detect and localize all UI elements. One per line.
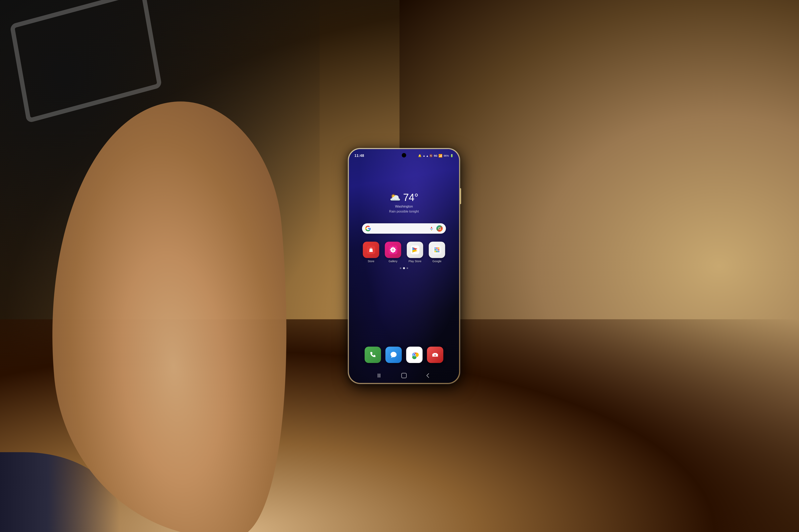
weather-location: Washington (395, 205, 413, 209)
google-g-logo (365, 226, 371, 231)
app-grid: Store (362, 242, 446, 263)
dock-camera-icon[interactable] (427, 347, 443, 363)
svg-rect-25 (434, 251, 436, 252)
page-dot-2[interactable] (403, 267, 405, 269)
mute-icon: 🔇 (429, 154, 433, 157)
svg-point-31 (413, 354, 415, 356)
svg-rect-19 (434, 247, 436, 249)
battery-icon: 🔋 (450, 154, 453, 157)
app-google-icon[interactable] (429, 242, 445, 258)
app-gallery-icon[interactable] (385, 242, 401, 258)
phone-screen: 11:48 🔔 ▲ ▴ 🔇 5G 📶 (349, 149, 459, 383)
svg-rect-27 (438, 251, 439, 252)
dock-chrome-icon[interactable] (406, 347, 422, 363)
dock-phone-icon[interactable] (365, 347, 381, 363)
nav-bar (349, 373, 459, 379)
weather-description: Rain possible tonight (389, 210, 419, 213)
dock (365, 347, 443, 363)
phone-wrapper: 11:48 🔔 ▲ ▴ 🔇 5G 📶 (348, 148, 460, 384)
svg-rect-22 (434, 249, 436, 250)
phone-screen-outer: 11:48 🔔 ▲ ▴ 🔇 5G 📶 (349, 149, 459, 383)
app-google-wrapper[interactable]: Google (428, 242, 446, 263)
app-store-wrapper[interactable]: Store (362, 242, 380, 263)
svg-rect-37 (380, 374, 380, 378)
weather-icon: 🌥️ (390, 192, 401, 203)
search-mic-icon[interactable] (429, 226, 434, 231)
weather-main: 🌥️ 74° (390, 191, 418, 203)
page-dot-3[interactable] (406, 267, 408, 269)
svg-rect-21 (438, 247, 439, 249)
svg-rect-23 (436, 249, 437, 250)
page-dots (400, 267, 408, 269)
page-dot-1[interactable] (400, 267, 401, 269)
nav-back-button[interactable] (423, 373, 432, 379)
svg-line-4 (440, 229, 441, 230)
signal-bars: 📶 (438, 154, 442, 158)
nav-recents-button[interactable] (376, 373, 384, 379)
app-store-label: Store (368, 260, 374, 263)
app-google-label: Google (433, 260, 441, 263)
svg-rect-36 (379, 374, 379, 378)
phone-body: 11:48 🔔 ▲ ▴ 🔇 5G 📶 (348, 148, 460, 384)
weather-widget[interactable]: 🌥️ 74° Washington Rain possible tonight (389, 191, 419, 213)
svg-rect-0 (431, 227, 432, 229)
app-play-store-wrapper[interactable]: Play Store (406, 242, 424, 263)
svg-rect-20 (436, 247, 437, 249)
dock-messages-icon[interactable] (385, 347, 402, 363)
status-icons: 🔔 ▲ ▴ 🔇 5G 📶 96% 🔋 (418, 154, 453, 158)
svg-rect-24 (438, 249, 439, 250)
camera-hole (402, 153, 406, 157)
svg-rect-35 (378, 374, 378, 378)
notification-icon: 🔔 (418, 154, 421, 157)
app-gallery-wrapper[interactable]: Gallery (384, 242, 402, 263)
app-gallery-label: Gallery (388, 260, 397, 263)
app-store-icon[interactable] (363, 242, 379, 258)
battery-percent: 96% (444, 154, 449, 157)
search-lens-icon[interactable] (436, 225, 443, 232)
svg-rect-34 (436, 354, 437, 355)
svg-rect-26 (436, 251, 437, 252)
alarm-icon: ▲ (423, 154, 425, 157)
svg-point-16 (393, 249, 394, 250)
status-time: 11:48 (355, 154, 364, 158)
weather-temperature: 74° (403, 191, 418, 203)
search-bar[interactable] (362, 223, 446, 234)
signal-5g: 5G (434, 154, 437, 157)
nav-home-button[interactable] (399, 373, 408, 379)
svg-rect-38 (401, 373, 406, 378)
app-play-store-icon[interactable] (407, 242, 423, 258)
app-play-store-label: Play Store (408, 260, 421, 263)
wifi-icon: ▴ (426, 154, 428, 158)
